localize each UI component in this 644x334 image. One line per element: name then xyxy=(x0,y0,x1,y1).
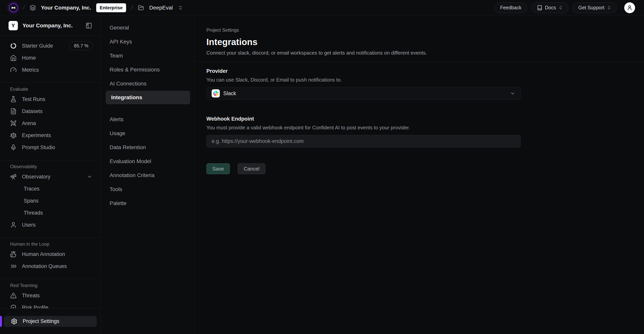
sidebar-item-spans[interactable]: Spans xyxy=(0,195,101,207)
settings-nav-item-general[interactable]: General xyxy=(101,21,195,35)
panel-left-icon[interactable] xyxy=(86,22,92,29)
sidebar-item-label: Observatory xyxy=(22,174,50,180)
sidebar-item-threats[interactable]: Threats xyxy=(0,289,101,301)
integrations-form: Provider You can use Slack, Discord, or … xyxy=(195,62,644,181)
user-avatar[interactable] xyxy=(624,2,635,13)
sidebar-item-traces[interactable]: Traces xyxy=(0,183,101,195)
sidebar-item-label: Threads xyxy=(24,210,43,216)
page-header: Project Settings Integrations Connect yo… xyxy=(195,16,644,61)
breadcrumb-org-name[interactable]: Your Company, Inc. xyxy=(41,5,91,11)
provider-select[interactable]: Slack xyxy=(206,87,521,100)
person-icon xyxy=(626,5,633,11)
feedback-button-label: Feedback xyxy=(500,5,522,11)
sidebar-item-label: Human Annotation xyxy=(22,251,65,257)
settings-nav-item-alerts[interactable]: Alerts xyxy=(101,112,195,126)
sidebar-item-label: Threats xyxy=(22,293,40,299)
sidebar-item-label: Traces xyxy=(24,186,40,192)
chevron-down-icon xyxy=(510,91,516,96)
section-title: Evaluate xyxy=(0,85,101,93)
get-support-button[interactable]: Get Support xyxy=(572,2,617,13)
sidebar-item-datasets[interactable]: Datasets xyxy=(0,105,101,117)
docs-button[interactable]: Docs xyxy=(531,2,568,13)
settings-nav-item-team[interactable]: Team xyxy=(101,49,195,63)
thumbs-up-sparkle-icon xyxy=(10,251,17,257)
cancel-button[interactable]: Cancel xyxy=(238,163,265,174)
settings-nav-item-roles-permissions[interactable]: Roles & Permissions xyxy=(101,63,195,77)
settings-nav-item-api-keys[interactable]: API Keys xyxy=(101,35,195,49)
mic-icon xyxy=(10,144,17,151)
layers-icon xyxy=(30,5,36,11)
settings-nav-item-evaluation-model[interactable]: Evaluation Model xyxy=(101,154,195,168)
feedback-button[interactable]: Feedback xyxy=(494,2,527,13)
sidebar-item-label: Prompt Studio xyxy=(22,144,55,151)
breadcrumb: / Your Company, Inc. Enterprise / DeepEv… xyxy=(9,3,183,12)
chevrons-right-icon xyxy=(10,263,17,269)
webhook-endpoint-input[interactable] xyxy=(206,135,521,147)
settings-nav-item-annotation-criteria[interactable]: Annotation Criteria xyxy=(101,168,195,182)
provider-label: Provider xyxy=(206,68,633,74)
sidebar-item-risk-profile[interactable]: Risk Profile xyxy=(0,301,101,308)
scale-icon xyxy=(10,132,17,139)
sidebar-item-human-annotation[interactable]: Human Annotation xyxy=(0,248,101,260)
sidebar-section-human-in-the-loop: Human in the Loop Human Annotation Annot… xyxy=(0,237,101,272)
breadcrumb-separator: / xyxy=(130,4,134,11)
sidebar-item-arena[interactable]: Arena xyxy=(0,117,101,129)
org-switcher[interactable]: Y Your Company, Inc. xyxy=(0,16,101,36)
page-breadcrumb: Project Settings xyxy=(206,27,633,33)
sidebar-item-project-settings[interactable]: Project Settings xyxy=(4,316,97,327)
plan-badge: Enterprise xyxy=(96,3,126,12)
save-button[interactable]: Save xyxy=(206,163,230,174)
confident-ai-logo[interactable] xyxy=(9,3,18,12)
starter-guide-progress-badge: 85.7 % xyxy=(70,41,93,50)
sidebar-item-label: Starter Guide xyxy=(22,43,53,49)
settings-nav-item-palette[interactable]: Palette xyxy=(101,196,195,210)
sidebar-item-users[interactable]: Users xyxy=(0,219,101,231)
gauge-icon xyxy=(10,67,17,73)
sidebar-item-label: Project Settings xyxy=(23,318,59,324)
progress-ring-icon xyxy=(10,43,17,49)
app-sidebar: Y Your Company, Inc. Starter Guide 85.7 … xyxy=(0,16,101,334)
settings-nav-item-usage[interactable]: Usage xyxy=(101,126,195,140)
sidebar-item-label: Home xyxy=(22,55,36,61)
sidebar-item-label: Arena xyxy=(22,120,36,126)
sidebar-section-red-teaming: Red Teaming Threats Risk Profile xyxy=(0,279,101,308)
settings-nav: General API Keys Team Roles & Permission… xyxy=(101,16,195,334)
docs-button-label: Docs xyxy=(545,5,556,11)
settings-nav-item-data-retention[interactable]: Data Retention xyxy=(101,140,195,154)
top-bar-actions: Feedback Docs Get Support xyxy=(494,2,635,13)
sidebar-item-label: Test Runs xyxy=(22,96,45,102)
sidebar-item-observatory[interactable]: Observatory xyxy=(0,171,101,183)
sidebar-item-prompt-studio[interactable]: Prompt Studio xyxy=(0,141,101,153)
provider-select-value: Slack xyxy=(223,91,506,97)
webhook-label: Webhook Endpoint xyxy=(206,116,633,122)
home-icon xyxy=(10,55,17,61)
settings-nav-item-ai-connections[interactable]: AI Connections xyxy=(101,77,195,91)
sidebar-item-annotation-queues[interactable]: Annotation Queues xyxy=(0,260,101,272)
gear-icon xyxy=(11,318,18,325)
provider-description: You can use Slack, Discord, or Email to … xyxy=(206,77,633,83)
page-title: Integrations xyxy=(206,37,633,47)
sidebar-item-threads[interactable]: Threads xyxy=(0,207,101,219)
active-accent-bar xyxy=(0,316,2,327)
sidebar-item-starter-guide[interactable]: Starter Guide 85.7 % xyxy=(0,40,101,52)
section-title: Observability xyxy=(0,163,101,171)
sidebar-item-experiments[interactable]: Experiments xyxy=(0,129,101,141)
settings-nav-item-integrations[interactable]: Integrations xyxy=(106,91,190,104)
sidebar-item-label: Datasets xyxy=(22,108,43,114)
swords-icon xyxy=(10,120,17,127)
sidebar-nav: Starter Guide 85.7 % Home Metrics Evalua… xyxy=(0,36,101,308)
page-description: Connect your slack, discord, or email wo… xyxy=(206,50,633,56)
chevrons-up-down-icon[interactable] xyxy=(178,5,183,10)
settings-nav-item-tools[interactable]: Tools xyxy=(101,182,195,196)
sidebar-item-test-runs[interactable]: Test Runs xyxy=(0,93,101,105)
alert-triangle-icon xyxy=(10,292,17,299)
book-icon xyxy=(537,5,542,11)
breadcrumb-project-name[interactable]: DeepEval xyxy=(149,5,173,11)
sidebar-item-home[interactable]: Home xyxy=(0,52,101,64)
sidebar-item-label: Experiments xyxy=(22,132,51,138)
sidebar-item-label: Annotation Queues xyxy=(22,263,67,269)
slack-icon xyxy=(212,89,220,98)
provider-section: Provider You can use Slack, Discord, or … xyxy=(206,68,633,100)
sidebar-item-metrics[interactable]: Metrics xyxy=(0,64,101,76)
sidebar-item-label: Spans xyxy=(24,198,38,204)
